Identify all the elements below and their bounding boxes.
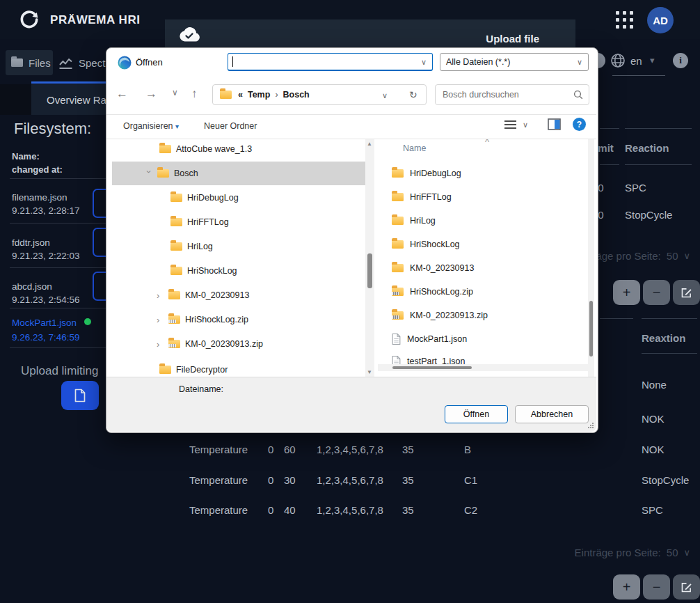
tree-item[interactable]: HriLog xyxy=(170,235,213,258)
value-cell: 40 xyxy=(284,504,296,516)
sort-ascending-icon[interactable]: ^ xyxy=(485,139,489,147)
page-size-value[interactable]: 50 xyxy=(667,250,678,262)
tree-item[interactable]: AttoCube wave_1.3 xyxy=(159,139,252,161)
page-size-value[interactable]: 50 xyxy=(667,547,678,558)
list-scrollbar-vertical[interactable] xyxy=(588,139,594,377)
value-cell: 35 xyxy=(402,504,414,516)
recent-locations-icon[interactable]: ∨ xyxy=(172,88,178,97)
list-view-icon[interactable] xyxy=(504,120,516,130)
file-name[interactable]: filename.json xyxy=(12,192,67,203)
refresh-icon[interactable]: ↻ xyxy=(409,89,417,100)
list-item-label: MockPart1.json xyxy=(407,334,467,344)
list-item[interactable]: HriShockLog xyxy=(392,233,460,256)
tree-item[interactable]: FileDecryptor xyxy=(159,358,228,377)
tree-item-selected[interactable]: › Bosch xyxy=(145,162,198,185)
view-dropdown-icon[interactable]: ∨ xyxy=(523,120,528,130)
cancel-button[interactable]: Abbrechen xyxy=(515,405,589,423)
new-folder-button[interactable]: Neuer Ordner xyxy=(204,121,257,131)
remove-button[interactable]: − xyxy=(643,280,670,305)
channels-cell: 1,2,3,4,5,6,7,8 xyxy=(317,504,383,516)
filename-dropdown-icon[interactable]: ∨ xyxy=(421,58,427,67)
remove-button[interactable]: − xyxy=(643,574,670,600)
tree-item[interactable]: HriDebugLog xyxy=(170,186,239,210)
scroll-down-icon[interactable]: ▼ xyxy=(367,369,372,375)
globe-icon[interactable] xyxy=(610,53,626,68)
info-icon[interactable]: i xyxy=(673,53,688,68)
tree-item-label: HriDebugLog xyxy=(187,193,239,203)
breadcrumb-overflow[interactable]: « xyxy=(238,90,243,100)
folder-icon xyxy=(159,145,171,153)
file-name-active[interactable]: MockPart1.json xyxy=(12,318,77,328)
list-item[interactable]: HriShockLog.zip xyxy=(392,280,473,304)
preview-pane-icon[interactable] xyxy=(548,118,561,130)
list-item[interactable]: KM-0_20230913 xyxy=(392,256,474,280)
zip-folder-icon xyxy=(168,315,180,324)
upload-limiting-button[interactable] xyxy=(61,381,99,410)
tree-item[interactable]: HriFFTLog xyxy=(170,210,229,234)
scrollbar-thumb[interactable] xyxy=(367,253,372,288)
pagination-bottom[interactable]: Einträge pro Seite: 50 ∨ xyxy=(575,547,690,558)
chevron-down-icon: ▾ xyxy=(175,123,179,130)
language-selector[interactable]: en xyxy=(630,55,642,67)
list-item[interactable]: HriDebugLog xyxy=(392,162,461,185)
add-button[interactable]: + xyxy=(613,280,640,305)
filetype-select[interactable]: Alle Dateien (*.*) ∨ xyxy=(440,53,589,71)
list-column-name[interactable]: Name xyxy=(403,143,426,153)
chevron-down-icon[interactable]: ▾ xyxy=(650,55,655,65)
forward-icon[interactable]: → xyxy=(145,87,157,101)
folder-icon xyxy=(392,217,404,225)
tree-scrollbar[interactable]: ▲ ▼ xyxy=(365,139,374,377)
table-row[interactable]: Temperature 0 60 1,2,3,4,5,6,7,8 35 B NO… xyxy=(0,444,700,456)
list-item[interactable]: KM-0_20230913.zip xyxy=(392,304,488,327)
tree-collapsed-icon[interactable]: › xyxy=(157,315,164,325)
resize-grip[interactable] xyxy=(588,423,594,428)
tree-item[interactable]: › HriShockLog.zip xyxy=(157,308,248,331)
list-scrollbar-horizontal[interactable] xyxy=(378,364,588,371)
tab-files[interactable]: Files xyxy=(6,50,53,75)
list-item-label: KM-0_20230913 xyxy=(410,263,474,273)
upload-banner[interactable]: Upload file xyxy=(165,19,575,50)
edit-button[interactable] xyxy=(673,280,700,305)
breadcrumb-bosch[interactable]: Bosch xyxy=(283,90,310,100)
help-icon[interactable]: ? xyxy=(573,118,586,131)
breadcrumb-temp[interactable]: Temp xyxy=(248,90,270,100)
tree-item[interactable]: HriShockLog xyxy=(170,259,237,283)
scrollbar-thumb[interactable] xyxy=(392,366,472,369)
list-item[interactable]: HriFFTLog xyxy=(392,185,452,209)
chevron-down-icon[interactable]: ∨ xyxy=(683,251,690,261)
tab-spectral[interactable]: Spect xyxy=(58,50,105,75)
open-button[interactable]: Öffnen xyxy=(445,405,508,423)
tree-collapsed-icon[interactable]: › xyxy=(157,290,164,301)
address-dropdown-icon[interactable]: ∨ xyxy=(382,91,388,100)
list-item[interactable]: HriLog xyxy=(392,209,436,233)
tree-item[interactable]: › KM-0_20230913.zip xyxy=(157,332,263,356)
chevron-down-icon[interactable]: ∨ xyxy=(683,547,690,558)
scroll-up-icon[interactable]: ▲ xyxy=(367,141,372,147)
add-button[interactable]: + xyxy=(613,574,640,600)
up-icon[interactable]: ↑ xyxy=(191,87,198,101)
scrollbar-thumb[interactable] xyxy=(589,301,593,357)
value-cell: 60 xyxy=(284,444,296,455)
search-input[interactable] xyxy=(441,89,548,100)
back-icon[interactable]: ← xyxy=(116,87,128,101)
file-name[interactable]: fddtr.json xyxy=(12,237,50,248)
organize-menu[interactable]: Organisieren ▾ xyxy=(123,121,179,131)
reaction-cell: StopCycle xyxy=(625,209,672,221)
divider xyxy=(600,164,619,165)
apps-grid-icon[interactable] xyxy=(615,10,634,29)
address-bar[interactable]: « Temp › Bosch ∨ ↻ xyxy=(212,84,427,105)
avatar[interactable]: AD xyxy=(647,7,674,33)
search-box[interactable] xyxy=(435,84,589,105)
edit-button[interactable] xyxy=(673,574,700,600)
dialog-title: Öffnen xyxy=(136,57,163,68)
filename-input[interactable]: ∨ xyxy=(228,53,433,71)
list-item[interactable]: MockPart1.json xyxy=(392,327,467,351)
divider xyxy=(642,318,697,319)
tree-item[interactable]: › KM-0_20230913 xyxy=(157,283,249,307)
table-row[interactable]: Temperature 0 40 1,2,3,4,5,6,7,8 35 C2 S… xyxy=(0,504,700,517)
tree-expanded-icon[interactable]: › xyxy=(144,170,154,177)
divider xyxy=(625,128,692,129)
file-name[interactable]: abcd.json xyxy=(12,281,52,292)
tree-collapsed-icon[interactable]: › xyxy=(157,339,164,350)
table-row[interactable]: Temperature 0 30 1,2,3,4,5,6,7,8 35 C1 S… xyxy=(0,474,700,487)
